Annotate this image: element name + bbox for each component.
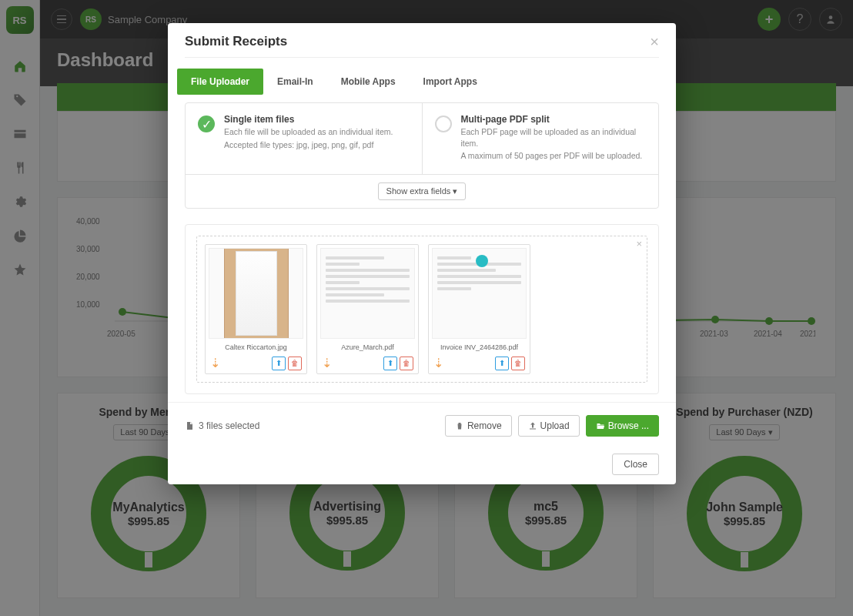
mode-single-item[interactable]: ✓ Single item files Each file will be up…: [186, 103, 422, 174]
file-upload-icon[interactable]: ⬆: [495, 357, 509, 370]
tab-mobile-apps[interactable]: Mobile Apps: [327, 69, 410, 95]
modal-close-x[interactable]: ×: [650, 34, 659, 49]
modal-footer: 3 files selected Remove Upload Browse ..…: [168, 402, 676, 449]
file-preview: [432, 248, 527, 339]
radio-unchecked-icon: [435, 116, 452, 132]
file-name: Invoice INV_2464286.pdf: [432, 339, 527, 354]
file-delete-icon[interactable]: 🗑: [511, 357, 525, 370]
file-icon: [185, 420, 194, 431]
file-preview: [320, 248, 415, 339]
upload-icon: [528, 421, 537, 430]
browse-button[interactable]: Browse ...: [586, 415, 659, 437]
folder-open-icon: [596, 421, 605, 430]
drag-handle-icon[interactable]: ⇣: [322, 356, 332, 370]
upload-button[interactable]: Upload: [518, 415, 580, 437]
dropzone-clear-icon[interactable]: ×: [636, 238, 642, 249]
drag-handle-icon[interactable]: ⇣: [433, 356, 443, 370]
tab-file-uploader[interactable]: File Uploader: [177, 69, 263, 95]
file-thumb: Azure_March.pdf ⇣ ⬆ 🗑: [316, 244, 419, 374]
tab-import-apps[interactable]: Import Apps: [410, 69, 491, 95]
file-upload-icon[interactable]: ⬆: [383, 357, 397, 370]
file-thumb: Caltex Riccarton.jpg ⇣ ⬆ 🗑: [205, 244, 307, 374]
upload-dropzone[interactable]: × Caltex Riccarton.jpg ⇣ ⬆ 🗑 Azure_March…: [196, 236, 647, 383]
mode-multi-page[interactable]: Multi-page PDF split Each PDF page will …: [422, 103, 659, 174]
file-name: Azure_March.pdf: [320, 339, 415, 354]
file-upload-icon[interactable]: ⬆: [272, 357, 286, 370]
remove-button[interactable]: Remove: [445, 415, 512, 437]
selection-info: 3 files selected: [185, 420, 259, 431]
drag-handle-icon[interactable]: ⇣: [210, 356, 220, 370]
close-button[interactable]: Close: [612, 454, 659, 475]
tab-email-in[interactable]: Email-In: [263, 69, 327, 95]
file-preview: [209, 248, 303, 339]
check-icon: ✓: [198, 116, 215, 132]
file-name: Caltex Riccarton.jpg: [209, 339, 303, 354]
trash-icon: [455, 421, 464, 430]
submit-receipts-modal: Submit Receipts × File Uploader Email-In…: [168, 23, 676, 484]
show-extra-fields-button[interactable]: Show extra fields ▾: [378, 182, 467, 200]
modal-title: Submit Receipts: [185, 34, 287, 49]
method-tabs: File Uploader Email-In Mobile Apps Impor…: [168, 58, 676, 102]
file-delete-icon[interactable]: 🗑: [400, 357, 413, 370]
file-delete-icon[interactable]: 🗑: [288, 357, 302, 370]
upload-mode-box: ✓ Single item files Each file will be up…: [185, 102, 659, 209]
file-thumb: Invoice INV_2464286.pdf ⇣ ⬆ 🗑: [428, 244, 530, 374]
upload-dropzone-outer: × Caltex Riccarton.jpg ⇣ ⬆ 🗑 Azure_March…: [185, 224, 659, 394]
